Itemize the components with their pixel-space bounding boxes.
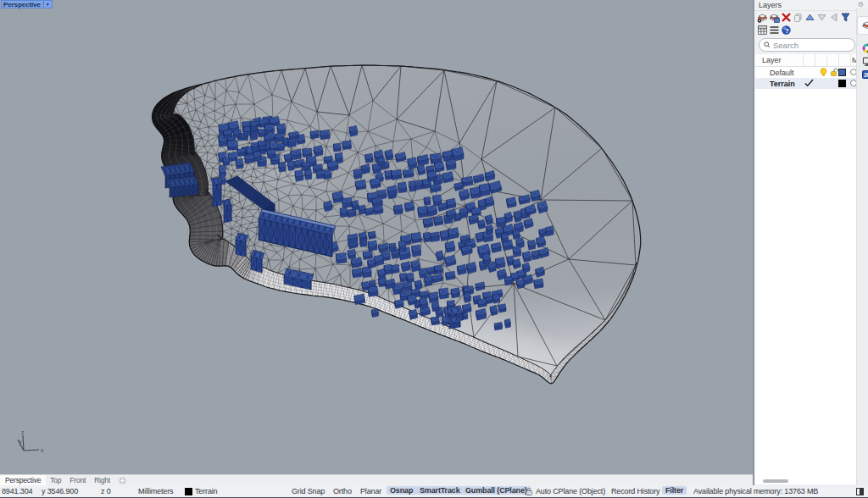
svg-text:x: x xyxy=(41,447,44,453)
svg-text:y: y xyxy=(19,439,22,445)
svg-text:?: ? xyxy=(785,27,789,35)
svg-text:z: z xyxy=(21,429,25,435)
